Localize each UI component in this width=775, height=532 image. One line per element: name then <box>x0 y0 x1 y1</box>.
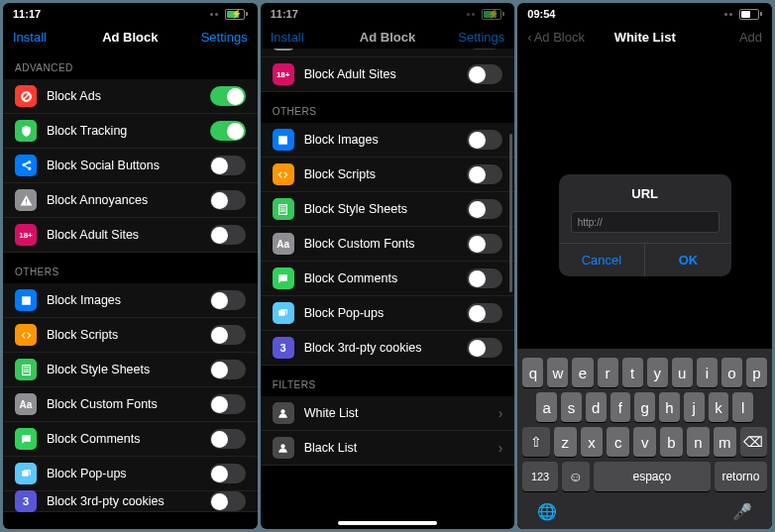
home-indicator[interactable] <box>338 521 437 525</box>
key-k[interactable]: k <box>709 392 729 422</box>
toggle-block-popups[interactable] <box>467 303 502 323</box>
phone-1: 11:17 ⚡ Install Ad Block Settings ADVANC… <box>3 3 258 529</box>
back-button[interactable]: ‹Ad Block <box>527 30 585 45</box>
row-block-images[interactable]: Block Images <box>261 123 515 158</box>
row-block-styles[interactable]: Block Style Sheets <box>261 192 515 227</box>
key-j[interactable]: j <box>684 392 705 422</box>
row-block-tracking[interactable]: Block Tracking <box>3 114 258 149</box>
globe-icon[interactable]: 🌐 <box>537 502 557 521</box>
key-d[interactable]: d <box>586 392 607 422</box>
key-t[interactable]: t <box>622 358 643 387</box>
row-block-popups[interactable]: Block Pop-ups <box>3 457 258 491</box>
toggle-block-popups[interactable] <box>210 464 246 483</box>
cancel-button[interactable]: Cancel <box>559 244 646 276</box>
user-icon <box>273 402 294 424</box>
settings-list[interactable]: ADVANCED Block Ads Block Tracking Block … <box>3 49 258 529</box>
row-block-comments[interactable]: Block Comments <box>261 262 515 296</box>
row-block-comments[interactable]: Block Comments <box>3 422 258 457</box>
key-n[interactable]: n <box>687 427 710 457</box>
key-e[interactable]: e <box>572 358 593 387</box>
battery-icon <box>739 9 762 20</box>
mic-icon[interactable]: 🎤 <box>732 502 752 521</box>
toggle-block-images[interactable] <box>210 290 246 310</box>
key-s[interactable]: s <box>561 392 582 422</box>
row-block-social[interactable]: Block Social Buttons <box>3 149 258 183</box>
key-p[interactable]: p <box>746 358 767 387</box>
user-icon <box>273 437 294 459</box>
toggle-block-fonts[interactable] <box>210 394 246 414</box>
key-w[interactable]: w <box>547 358 568 387</box>
section-header-others: OTHERS <box>261 92 515 123</box>
key-u[interactable]: u <box>672 358 693 387</box>
toggle-block-scripts[interactable] <box>467 164 502 184</box>
toggle-block-comments[interactable] <box>467 268 502 288</box>
toggle-block-adult[interactable] <box>467 64 502 84</box>
key-c[interactable]: c <box>607 427 629 457</box>
toggle-block-annoyances[interactable] <box>210 190 246 210</box>
row-block-ads[interactable]: Block Ads <box>3 79 258 114</box>
key-q[interactable]: q <box>522 358 543 387</box>
toggle-block-cookies[interactable] <box>210 491 246 511</box>
row-block-scripts[interactable]: Block Scripts <box>3 318 258 353</box>
toggle[interactable] <box>467 49 502 50</box>
row-block-adult[interactable]: 18+ Block Adult Sites <box>261 57 515 92</box>
url-input[interactable]: http:// <box>571 211 720 233</box>
toggle-block-tracking[interactable] <box>210 121 246 141</box>
row-block-annoyances[interactable]: Block Annoyances <box>3 183 258 218</box>
key-v[interactable]: v <box>633 427 656 457</box>
key-l[interactable]: l <box>732 392 753 422</box>
install-button[interactable]: Install <box>271 30 304 45</box>
comment-icon <box>273 267 294 289</box>
settings-list[interactable]: 18+ Block Adult Sites OTHERS Block Image… <box>261 49 515 529</box>
settings-button[interactable]: Settings <box>458 30 504 45</box>
ok-button[interactable]: OK <box>645 244 731 276</box>
toggle-block-adult[interactable] <box>210 225 246 245</box>
toggle-block-fonts[interactable] <box>467 234 502 254</box>
row-block-cookies[interactable]: 3 Block 3rd-pty cookies <box>3 491 258 512</box>
toggle-block-social[interactable] <box>210 156 246 175</box>
toggle-block-images[interactable] <box>467 130 502 150</box>
row-block-scripts[interactable]: Block Scripts <box>261 158 515 192</box>
key-g[interactable]: g <box>634 392 655 422</box>
dialog-title: URL <box>559 174 731 209</box>
row-white-list[interactable]: White List › <box>261 396 515 431</box>
toggle-block-ads[interactable] <box>210 86 246 106</box>
scrollbar[interactable] <box>509 134 512 292</box>
row-block-styles[interactable]: Block Style Sheets <box>3 353 258 387</box>
row-block-images[interactable]: Block Images <box>3 283 258 318</box>
key-r[interactable]: r <box>598 358 618 387</box>
settings-button[interactable]: Settings <box>201 30 248 45</box>
key-space[interactable]: espaço <box>594 462 711 491</box>
add-button[interactable]: Add <box>739 30 762 45</box>
row-block-popups[interactable]: Block Pop-ups <box>261 296 515 331</box>
key-o[interactable]: o <box>721 358 742 387</box>
status-bar: 09:54 <box>517 3 772 25</box>
toggle-block-comments[interactable] <box>210 429 246 449</box>
key-x[interactable]: x <box>581 427 604 457</box>
nosign-icon <box>15 85 37 107</box>
key-delete[interactable]: ⌫ <box>740 427 767 457</box>
key-emoji[interactable]: ☺ <box>562 462 590 491</box>
key-f[interactable]: f <box>610 392 631 422</box>
key-i[interactable]: i <box>697 358 718 387</box>
row-block-fonts[interactable]: Aa Block Custom Fonts <box>3 387 258 422</box>
row-block-fonts[interactable]: Aa Block Custom Fonts <box>261 227 515 262</box>
toggle-block-styles[interactable] <box>210 360 246 379</box>
row-block-adult[interactable]: 18+ Block Adult Sites <box>3 218 258 253</box>
toggle-block-scripts[interactable] <box>210 325 246 345</box>
toggle-block-cookies[interactable] <box>467 338 502 358</box>
toggle-block-styles[interactable] <box>467 199 502 219</box>
key-a[interactable]: a <box>536 392 557 422</box>
key-return[interactable]: retorno <box>715 462 767 491</box>
key-z[interactable]: z <box>554 427 577 457</box>
install-button[interactable]: Install <box>13 30 47 45</box>
row-block-cookies[interactable]: 3 Block 3rd-pty cookies <box>261 331 515 366</box>
key-b[interactable]: b <box>660 427 683 457</box>
row-partial-top[interactable] <box>261 49 515 57</box>
row-black-list[interactable]: Black List › <box>261 431 515 466</box>
key-h[interactable]: h <box>659 392 680 422</box>
key-mode[interactable]: 123 <box>522 462 557 491</box>
key-m[interactable]: m <box>714 427 736 457</box>
key-shift[interactable]: ⇧ <box>522 427 549 457</box>
key-y[interactable]: y <box>647 358 668 387</box>
